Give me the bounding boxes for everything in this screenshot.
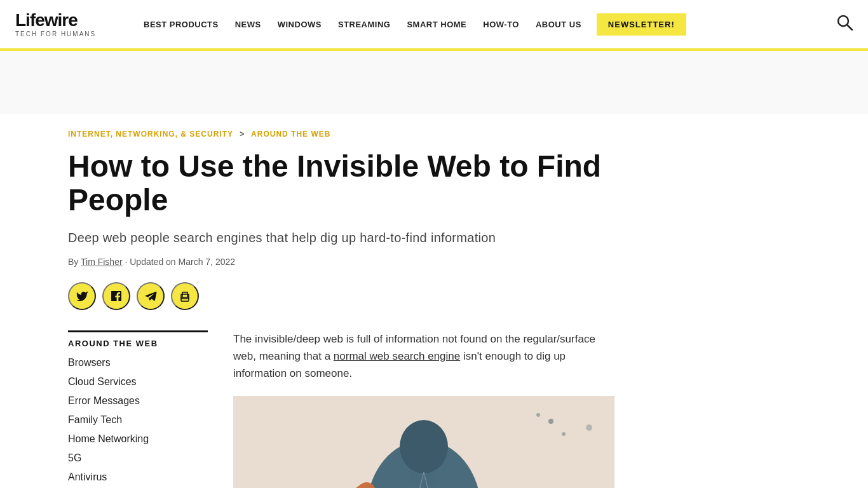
sidebar-link-cloud-services[interactable]: Cloud Services	[68, 376, 208, 388]
article-image: melissa pipl Wayback Machine	[233, 396, 614, 488]
sidebar-section-title: AROUND THE WEB	[68, 330, 208, 348]
breadcrumb-current[interactable]: AROUND THE WEB	[251, 130, 330, 139]
normal-web-search-link[interactable]: normal web search engine	[334, 350, 460, 362]
author-link[interactable]: Tim Fisher	[81, 257, 123, 267]
facebook-share-button[interactable]	[102, 282, 130, 310]
updated-date: Updated on March 7, 2022	[130, 257, 235, 267]
nav-about-us[interactable]: ABOUT US	[529, 16, 588, 33]
breadcrumb-separator: >	[240, 130, 245, 139]
svg-line-1	[847, 25, 852, 30]
author-prefix: By	[68, 257, 78, 267]
nav-streaming[interactable]: STREAMING	[332, 16, 397, 33]
article-body: AROUND THE WEB Browsers Cloud Services E…	[68, 330, 800, 488]
author-line: By Tim Fisher · Updated on March 7, 2022	[68, 257, 800, 267]
svg-point-17	[536, 413, 540, 417]
nav-best-products[interactable]: BEST PRODUCTS	[137, 16, 225, 33]
svg-point-4	[187, 295, 189, 297]
nav-windows[interactable]: WINDOWS	[271, 16, 328, 33]
main-container: INTERNET, NETWORKING, & SECURITY > AROUN…	[53, 114, 815, 488]
sidebar-link-antivirus[interactable]: Antivirus	[68, 471, 208, 483]
site-header: Lifewire TECH FOR HUMANS BEST PRODUCTS N…	[0, 0, 868, 51]
sidebar-link-error-messages[interactable]: Error Messages	[68, 395, 208, 407]
content-area: INTERNET, NETWORKING, & SECURITY > AROUN…	[68, 130, 800, 488]
logo[interactable]: Lifewire TECH FOR HUMANS	[15, 11, 117, 37]
ad-banner	[0, 51, 868, 114]
svg-point-16	[562, 432, 566, 436]
article-title: How to Use the Invisible Web to Find Peo…	[68, 150, 640, 217]
breadcrumb-parent[interactable]: INTERNET, NETWORKING, & SECURITY	[68, 130, 233, 139]
logo-text: Lifewire	[15, 11, 117, 29]
nav-how-to[interactable]: HOW-TO	[477, 16, 526, 33]
svg-rect-2	[181, 297, 189, 301]
newsletter-button[interactable]: NEWSLETTER!	[597, 13, 686, 36]
svg-point-15	[548, 419, 553, 424]
twitter-share-button[interactable]	[68, 282, 96, 310]
telegram-share-button[interactable]	[137, 282, 165, 310]
sidebar: AROUND THE WEB Browsers Cloud Services E…	[68, 330, 208, 488]
sidebar-link-5g[interactable]: 5G	[68, 452, 208, 464]
print-button[interactable]	[171, 282, 199, 310]
article-intro: The invisible/deep web is full of inform…	[233, 330, 614, 383]
search-icon[interactable]	[836, 14, 853, 34]
sidebar-link-family-tech[interactable]: Family Tech	[68, 414, 208, 426]
sidebar-link-browsers[interactable]: Browsers	[68, 357, 208, 369]
article-main: The invisible/deep web is full of inform…	[233, 330, 800, 488]
social-buttons	[68, 282, 800, 310]
nav-smart-home[interactable]: SMART HOME	[400, 16, 473, 33]
main-nav: BEST PRODUCTS NEWS WINDOWS STREAMING SMA…	[137, 13, 826, 36]
article-subtitle: Deep web people search engines that help…	[68, 229, 551, 247]
logo-tagline: TECH FOR HUMANS	[15, 30, 117, 37]
sidebar-link-home-networking[interactable]: Home Networking	[68, 433, 208, 445]
svg-point-18	[586, 424, 592, 431]
nav-news[interactable]: NEWS	[229, 16, 268, 33]
breadcrumb: INTERNET, NETWORKING, & SECURITY > AROUN…	[68, 130, 800, 139]
svg-point-7	[400, 420, 448, 473]
